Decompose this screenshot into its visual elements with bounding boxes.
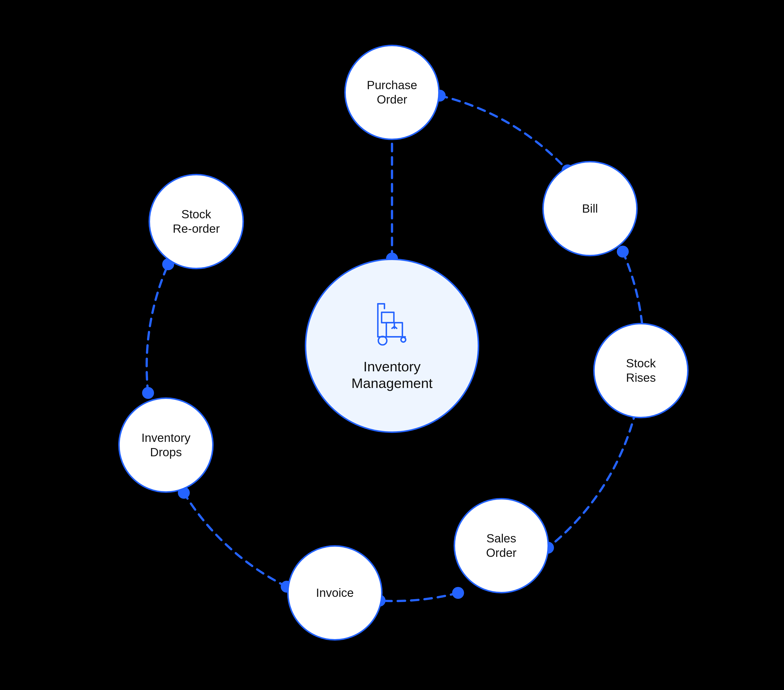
node-stock-rises: StockRises	[593, 323, 688, 418]
diagram-stage: InventoryManagement PurchaseOrder Bill S…	[0, 0, 784, 690]
svg-rect-20	[382, 312, 394, 323]
svg-point-12	[142, 387, 154, 399]
node-bill: Bill	[542, 161, 638, 256]
node-stock-reorder: StockRe-order	[148, 174, 244, 269]
svg-point-17	[401, 337, 406, 342]
node-label: Bill	[577, 201, 603, 216]
node-purchase-order: PurchaseOrder	[344, 45, 440, 140]
svg-point-4	[617, 245, 629, 258]
node-label: InventoryDrops	[137, 431, 195, 459]
node-label: SalesOrder	[481, 531, 522, 560]
svg-point-8	[452, 587, 464, 599]
node-label: StockRises	[621, 356, 661, 385]
node-label: StockRe-order	[168, 207, 224, 236]
hand-truck-icon	[368, 300, 416, 348]
center-label: InventoryManagement	[351, 358, 433, 392]
center-node-inventory-management: InventoryManagement	[305, 259, 479, 433]
node-sales-order: SalesOrder	[454, 498, 549, 593]
node-inventory-drops: InventoryDrops	[118, 397, 214, 493]
node-label: PurchaseOrder	[362, 78, 422, 107]
svg-point-16	[378, 336, 387, 345]
node-invoice: Invoice	[287, 545, 382, 641]
node-label: Invoice	[311, 586, 359, 600]
